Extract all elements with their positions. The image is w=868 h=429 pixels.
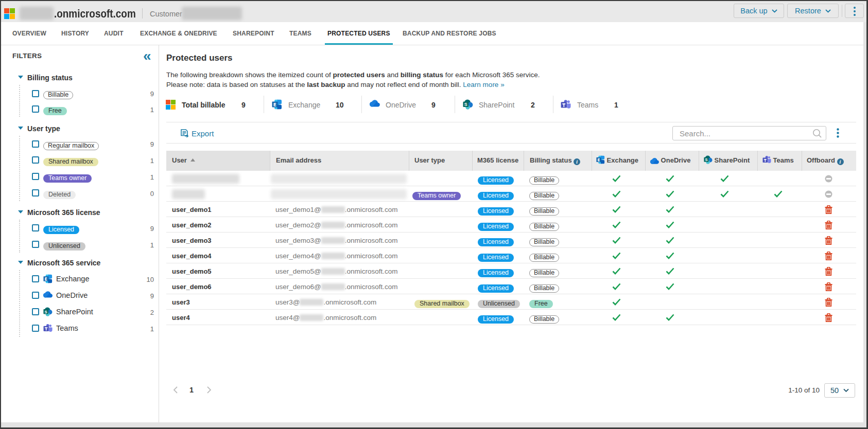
svg-text:S: S (705, 157, 707, 162)
svg-text:S: S (45, 310, 47, 314)
svg-text:S: S (464, 102, 467, 107)
